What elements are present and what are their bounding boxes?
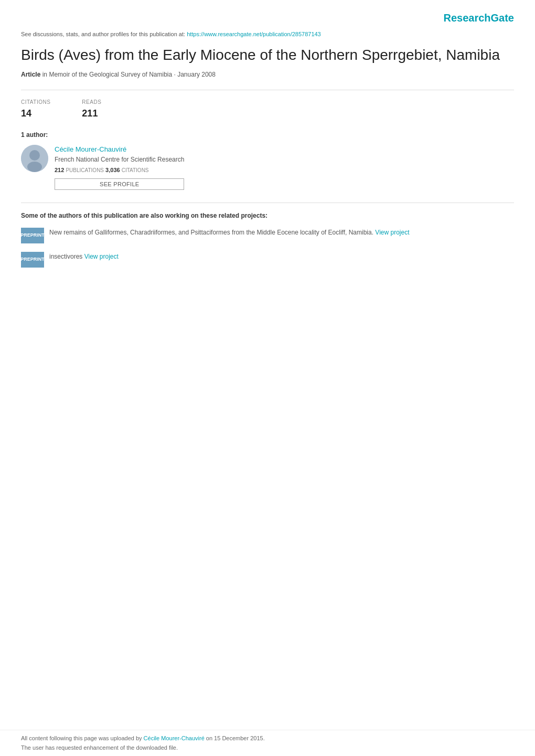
article-meta: Article in Memoir of the Geological Surv… [21,70,514,79]
stats-row: CITATIONS 14 READS 211 [21,99,514,120]
author-publications-label: PUBLICATIONS [66,167,104,173]
project-thumb-label-1: Preprint [20,232,45,239]
author-publications-count: 212 [55,167,64,173]
top-bar: ResearchGate [21,10,514,30]
reads-value: 211 [82,107,101,120]
project-text-1: New remains of Galliformes, Charadriifor… [49,228,410,237]
project-link-2[interactable]: View project [84,253,119,260]
notice-bar: See discussions, stats, and author profi… [21,30,514,38]
article-title: Birds (Aves) from the Early Miocene of t… [21,46,514,65]
see-profile-button[interactable]: SEE PROFILE [55,178,184,190]
article-date: January 2008 [177,71,216,78]
notice-link[interactable]: https://www.researchgate.net/publication… [187,31,321,37]
reads-stat: READS 211 [82,99,101,120]
article-journal: Memoir of the Geological Survey of Namib… [49,71,172,78]
svg-point-1 [29,150,40,161]
project-link-1[interactable]: View project [375,229,409,236]
citations-stat: CITATIONS 14 [21,99,50,120]
project-description-1: New remains of Galliformes, Charadriifor… [49,229,375,236]
divider-top [21,90,514,90]
project-thumb-1: Preprint [21,228,44,243]
author-card: Cécile Mourer-Chauviré French National C… [21,145,514,190]
project-text-2: insectivores View project [49,252,119,261]
citations-label: CITATIONS [21,99,50,106]
author-stats: 212 PUBLICATIONS 3,036 CITATIONS [55,166,184,174]
authors-section: 1 author: Cécile Mourer-Chauviré French … [21,131,514,190]
citations-value: 14 [21,107,50,120]
project-item-1: Preprint New remains of Galliformes, Cha… [21,228,514,243]
author-name-link[interactable]: Cécile Mourer-Chauviré [55,145,184,154]
authors-heading: 1 author: [21,131,514,140]
project-thumb-2: Preprint [21,252,44,268]
project-thumb-label-2: Preprint [20,256,45,263]
author-avatar [21,145,48,172]
article-preposition: in [42,71,49,78]
page-wrapper: ResearchGate See discussions, stats, and… [0,0,535,307]
divider-middle [21,203,514,203]
author-citations-label: CITATIONS [122,167,149,173]
project-item-2: Preprint insectivores View project [21,252,514,268]
author-affiliation: French National Centre for Scientific Re… [55,155,184,164]
svg-point-2 [27,162,42,172]
reads-label: READS [82,99,101,106]
related-projects-heading: Some of the authors of this publication … [21,211,514,220]
project-description-2: insectivores [49,253,84,260]
notice-text: See discussions, stats, and author profi… [21,31,187,37]
brand-logo[interactable]: ResearchGate [443,10,514,25]
author-info: Cécile Mourer-Chauviré French National C… [55,145,184,190]
article-type: Article [21,71,40,78]
related-projects-section: Some of the authors of this publication … [21,211,514,268]
author-citations-count: 3,036 [105,167,120,173]
